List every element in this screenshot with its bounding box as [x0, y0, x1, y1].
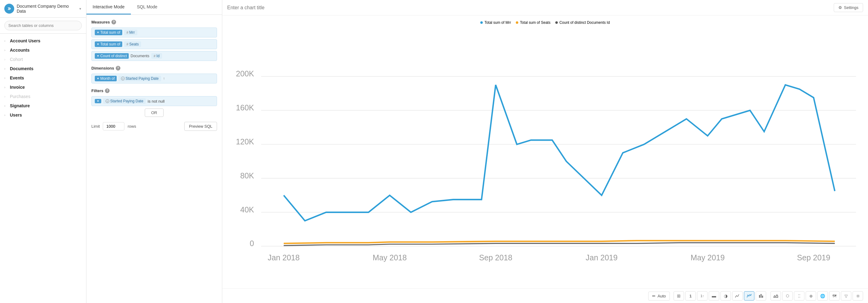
limit-input[interactable]	[103, 122, 124, 131]
filter2-button[interactable]: ▽	[841, 291, 851, 301]
sidebar-item-documents[interactable]: › Documents	[0, 64, 86, 73]
chevron-icon: ›	[4, 95, 8, 98]
dimensions-section-title: Dimensions ?	[91, 66, 217, 71]
funnel-button[interactable]: ⬡	[782, 291, 793, 301]
sidebar-item-accounts[interactable]: › Accounts	[0, 46, 86, 55]
svg-text:May 2018: May 2018	[373, 253, 406, 262]
sidebar-chevron-icon[interactable]: ▼	[79, 7, 82, 10]
filter-field-tag[interactable]: ⊙ Started Paying Date	[103, 98, 146, 104]
measure-field-tag[interactable]: # Seats	[124, 42, 142, 47]
filter-dropdown[interactable]: ▼	[95, 99, 101, 103]
funnel-icon: ⬡	[786, 294, 789, 298]
sidebar-item-invoice[interactable]: › Invoice	[0, 83, 86, 92]
table-view-button[interactable]: ⊞	[674, 291, 684, 301]
sidebar-item-label: Cohort	[10, 57, 23, 62]
chart-container: Total sum of Mrr Total sum of Seats Coun…	[222, 16, 868, 288]
line-active-button[interactable]	[744, 291, 754, 301]
auto-button[interactable]: ✏ Auto	[648, 292, 670, 301]
filter-icon: ▽	[844, 294, 848, 298]
measure-field-tag[interactable]: # Mrr	[124, 30, 137, 35]
sidebar-item-purchases[interactable]: › Purchases	[0, 92, 86, 101]
or-button[interactable]: OR	[145, 109, 164, 117]
progress-button[interactable]: ▬	[709, 291, 719, 301]
svg-text:40K: 40K	[240, 205, 254, 214]
pivot-icon: ⊟	[857, 294, 859, 298]
area-button[interactable]	[771, 291, 781, 301]
chevron-icon: ›	[4, 76, 8, 80]
pie-button[interactable]: ◑	[720, 291, 731, 301]
progress-icon: ▬	[712, 294, 716, 298]
sidebar-item-label: Invoice	[10, 85, 25, 90]
wand-icon: ✏	[652, 294, 656, 298]
measure-field-tag[interactable]: # Id	[151, 53, 162, 59]
preview-sql-button[interactable]: Preview SQL	[184, 122, 217, 131]
scatter-button[interactable]: ⁚⁚	[794, 291, 804, 301]
chart-toolbar: ✏ Auto ⊞ 1 1↑ ▬ ◑	[222, 288, 868, 303]
dimension-agg-tag[interactable]: ▼ Month of	[95, 76, 117, 81]
trend-number-button[interactable]: 1↑	[697, 291, 708, 301]
sidebar-title: Document Company Demo Data	[17, 4, 76, 13]
query-section: Interactive Mode SQL Mode Measures ? ▼ T…	[87, 0, 222, 303]
sidebar-item-users[interactable]: › Users	[0, 110, 86, 120]
or-btn-row: OR	[91, 109, 217, 117]
settings-button[interactable]: ⚙ Settings	[834, 3, 863, 12]
measure-row-mrr: ▼ Total sum of # Mrr	[91, 28, 217, 37]
bar-icon	[758, 293, 764, 299]
sidebar-header: Document Company Demo Data ▼	[0, 0, 86, 18]
filters-help-icon[interactable]: ?	[105, 88, 110, 93]
legend-item-docs: Count of distinct Documents Id	[555, 20, 610, 25]
chart-title-input[interactable]	[227, 5, 831, 10]
svg-text:May 2019: May 2019	[690, 253, 724, 262]
sidebar-item-label: Purchases	[10, 94, 30, 99]
limit-label: Limit	[91, 124, 100, 129]
pin-map-button[interactable]: 🗺	[829, 291, 840, 301]
dimensions-help-icon[interactable]: ?	[116, 66, 120, 71]
legend-item-seats: Total sum of Seats	[516, 20, 550, 25]
sidebar-item-cohort[interactable]: › Cohort	[0, 55, 86, 64]
measure-agg-tag[interactable]: ▼ Count of distinct	[95, 53, 129, 59]
bar-button[interactable]	[756, 291, 766, 301]
dimension-field-tag[interactable]: ⊙ Started Paying Date	[119, 76, 161, 81]
clock-icon: ⊙	[105, 99, 109, 103]
dropdown-arrow-icon: ▼	[97, 31, 99, 34]
measures-help-icon[interactable]: ?	[112, 20, 116, 24]
filter-row-date: ▼ ⊙ Started Paying Date is not null	[91, 96, 217, 106]
map-button[interactable]: 🌐	[817, 291, 828, 301]
rows-label: rows	[127, 124, 136, 129]
chevron-icon: ›	[4, 39, 8, 43]
sidebar-item-signature[interactable]: › Signature	[0, 101, 86, 110]
hash-icon: #	[127, 31, 128, 34]
svg-text:120K: 120K	[236, 137, 254, 146]
search-input[interactable]	[4, 21, 82, 30]
tab-sql[interactable]: SQL Mode	[131, 0, 164, 15]
dropdown-arrow-icon: ▼	[97, 54, 99, 57]
sidebar-item-account-users[interactable]: › Account Users	[0, 36, 86, 46]
filters-section-title: Filters ?	[91, 88, 217, 93]
dropdown-arrow-icon: ▼	[97, 43, 99, 46]
measure-agg-tag[interactable]: ▼ Total sum of	[95, 42, 122, 47]
bubble-button[interactable]: ⊕	[806, 291, 816, 301]
sidebar-search	[0, 18, 86, 34]
number-view-button[interactable]: 1	[685, 291, 696, 301]
measure-agg-tag[interactable]: ▼ Total sum of	[95, 30, 122, 35]
legend-label-mrr: Total sum of Mrr	[484, 20, 511, 25]
line-chart-svg: 0 40K 80K 120K 160K 200K Jan 2018 May 20	[227, 28, 863, 283]
pin-map-icon: 🗺	[833, 294, 837, 298]
bubble-icon: ⊕	[809, 294, 813, 298]
svg-text:200K: 200K	[236, 69, 254, 78]
pivot2-button[interactable]: ⊟	[852, 291, 863, 301]
sidebar-nav: › Account Users › Accounts › Cohort › Do…	[0, 34, 86, 303]
sort-icon[interactable]: ↑	[163, 76, 165, 81]
legend-dot-docs	[555, 21, 558, 24]
hash-icon: #	[154, 54, 156, 58]
sidebar-item-events[interactable]: › Events	[0, 73, 86, 83]
sidebar-item-label: Account Users	[10, 38, 40, 43]
line-plain-icon	[735, 293, 740, 299]
measure-row-seats: ▼ Total sum of # Seats	[91, 39, 217, 49]
limit-row: Limit rows Preview SQL	[91, 122, 217, 131]
svg-rect-19	[759, 295, 760, 298]
line-plain-button[interactable]	[732, 291, 743, 301]
chart-header: ⚙ Settings	[222, 0, 868, 16]
tab-interactive[interactable]: Interactive Mode	[87, 0, 131, 15]
chevron-icon: ›	[4, 104, 8, 108]
